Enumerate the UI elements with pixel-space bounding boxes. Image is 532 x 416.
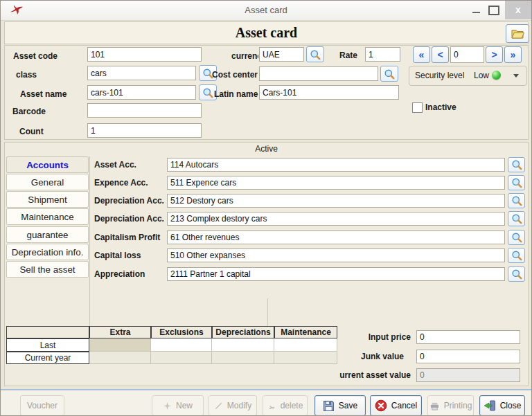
junk-value-input[interactable] xyxy=(416,350,520,363)
currency-input[interactable] xyxy=(259,47,304,62)
tab-general[interactable]: General xyxy=(6,174,89,190)
summary-row-current-year: Current year xyxy=(6,352,89,364)
cost-center-lookup-button[interactable] xyxy=(380,66,398,82)
maximize-icon xyxy=(488,6,499,15)
tab-shipment[interactable]: Shipment xyxy=(6,191,89,208)
asset-code-label: Asset code xyxy=(13,51,57,61)
summary-cell-last-extra[interactable] xyxy=(89,338,151,352)
search-icon xyxy=(310,49,321,60)
depreciation-acc-lookup-button[interactable] xyxy=(508,193,525,208)
folder-button[interactable] xyxy=(506,24,529,43)
cost-center-label: Cost center xyxy=(212,70,258,80)
tab-depreciation-info[interactable]: Depreciation info. xyxy=(6,244,89,260)
security-low-indicator-icon xyxy=(492,71,501,80)
search-icon xyxy=(384,69,395,80)
capital-loss-input[interactable] xyxy=(167,248,505,262)
appreciation-lookup-button[interactable] xyxy=(508,266,525,282)
security-level-dropdown[interactable]: Security level Low xyxy=(409,66,527,86)
summary-cell-currentyear-extra[interactable] xyxy=(89,352,151,364)
depreciation-acc2-lookup-button[interactable] xyxy=(508,211,525,226)
input-price-label: Input price xyxy=(312,332,411,342)
cost-center-input[interactable] xyxy=(259,66,378,81)
next-record-button[interactable]: > xyxy=(486,46,503,63)
minimize-icon xyxy=(472,12,480,13)
new-button[interactable]: New xyxy=(152,395,204,416)
input-price-input[interactable] xyxy=(416,330,520,344)
cancel-x-icon xyxy=(375,399,387,412)
record-number-input[interactable] xyxy=(450,46,484,63)
latin-name-input[interactable] xyxy=(259,85,399,100)
voucher-button[interactable]: Voucher xyxy=(20,395,64,416)
class-label: class xyxy=(16,70,37,80)
close-button[interactable]: Close xyxy=(479,395,525,416)
page-title: Asset card xyxy=(5,25,528,41)
printer-icon xyxy=(429,401,440,410)
tab-accounts[interactable]: Accounts xyxy=(6,156,89,173)
summary-row-last: Last xyxy=(6,338,89,352)
asset-card-window: Asset card x Asset card Asset code class… xyxy=(0,0,532,416)
delete-button[interactable]: delete xyxy=(263,395,308,416)
search-icon xyxy=(511,213,522,224)
summary-cell-last-exclusions[interactable] xyxy=(151,338,212,352)
tab-guarantee[interactable]: guarantee xyxy=(6,226,89,243)
appreciation-input[interactable] xyxy=(167,267,505,281)
close-window-button[interactable]: x xyxy=(505,1,531,19)
currency-lookup-button[interactable] xyxy=(306,46,324,62)
status-active-label: Active xyxy=(4,144,529,154)
latin-name-label: Latin name xyxy=(214,89,258,99)
asset-name-label: Asset name xyxy=(20,89,66,99)
search-icon xyxy=(511,177,522,188)
rate-label: Rate xyxy=(339,51,357,60)
new-icon xyxy=(163,401,172,410)
expence-acc-lookup-button[interactable] xyxy=(508,175,525,190)
capital-loss-lookup-button[interactable] xyxy=(508,248,525,263)
count-input[interactable] xyxy=(87,123,202,138)
tab-sell-the-asset[interactable]: Sell the asset xyxy=(6,261,89,278)
inactive-label: Inactive xyxy=(425,102,456,112)
capitalism-profit-input[interactable] xyxy=(167,230,505,244)
header-bar: Asset card xyxy=(4,21,529,44)
expence-acc-input[interactable] xyxy=(167,176,505,190)
current-asset-value-input[interactable] xyxy=(416,368,520,382)
save-floppy-icon xyxy=(323,400,335,412)
summary-cell-currentyear-exclusions[interactable] xyxy=(151,352,212,364)
rate-input[interactable] xyxy=(365,47,400,62)
asset-acc-label: Asset Acc. xyxy=(94,160,136,170)
barcode-label: Barcode xyxy=(12,107,46,116)
depreciation-acc2-label: Depreciation Acc. xyxy=(94,214,164,224)
tab-column-divider xyxy=(89,156,90,326)
current-asset-value-label: urrent asset value xyxy=(312,370,411,380)
cancel-button[interactable]: Cancel xyxy=(370,395,422,416)
footer-bar: Voucher New Modify delete Save Cancel Pr… xyxy=(1,389,531,416)
asset-acc-input[interactable] xyxy=(167,158,505,172)
depreciation-acc-input[interactable] xyxy=(167,194,505,208)
first-record-button[interactable]: « xyxy=(413,46,430,63)
security-level-label: Security level xyxy=(415,71,464,80)
asset-acc-lookup-button[interactable] xyxy=(508,157,525,172)
summary-cell-currentyear-depreciations[interactable] xyxy=(212,352,274,364)
modify-button[interactable]: Modify xyxy=(209,395,257,416)
printing-button[interactable]: Printing xyxy=(427,395,474,416)
save-button[interactable]: Save xyxy=(314,395,366,416)
asset-code-input[interactable] xyxy=(87,47,202,62)
tab-maintenance[interactable]: Maintenance xyxy=(6,208,89,225)
capital-loss-label: Capital loss xyxy=(94,251,141,260)
summary-corner-cell xyxy=(6,326,89,338)
capitalism-profit-lookup-button[interactable] xyxy=(508,230,525,245)
capitalism-profit-label: Capitalism Profit xyxy=(94,233,160,242)
asset-name-input[interactable] xyxy=(87,85,196,100)
depreciation-acc-label: Depreciation Acc. xyxy=(94,196,164,206)
summary-col-exclusions: Exclusions xyxy=(151,326,212,338)
expence-acc-label: Expence Acc. xyxy=(94,178,148,188)
class-input[interactable] xyxy=(87,66,196,80)
barcode-input[interactable] xyxy=(87,103,202,118)
previous-record-button[interactable]: < xyxy=(432,46,449,63)
depreciation-acc2-input[interactable] xyxy=(167,212,505,226)
maximize-button[interactable] xyxy=(487,5,499,16)
last-record-button[interactable]: » xyxy=(504,46,522,63)
minimize-button[interactable] xyxy=(470,5,483,16)
folder-icon xyxy=(511,28,524,39)
summary-cell-last-depreciations[interactable] xyxy=(212,338,274,352)
inactive-checkbox[interactable] xyxy=(412,102,423,113)
window-title: Asset card xyxy=(1,1,531,20)
